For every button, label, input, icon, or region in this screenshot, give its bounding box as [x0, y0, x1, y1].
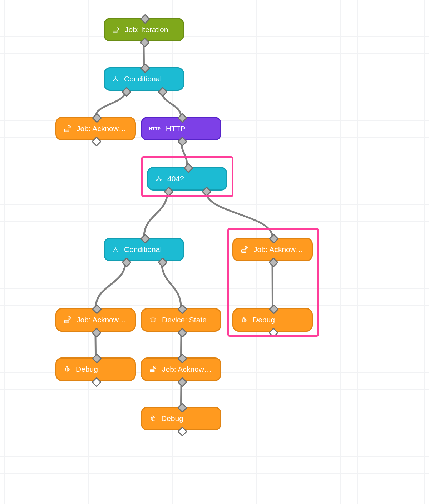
node-conditional_2[interactable]: Conditional: [104, 238, 184, 261]
edge-check_404-conditional_2: [144, 191, 168, 238]
node-label: Debug: [76, 365, 98, 374]
node-label: Device: State: [162, 316, 207, 324]
job-ack-icon: [64, 125, 72, 133]
edge-conditional_2-device_state: [162, 261, 181, 308]
job-ack-icon: [241, 246, 248, 253]
branch-icon: [112, 246, 119, 253]
port-out-1[interactable]: [158, 257, 168, 267]
port-out-0[interactable]: [122, 257, 132, 267]
port-out-0[interactable]: [140, 38, 150, 48]
edge-job_ack_2-debug_1: [272, 261, 273, 308]
node-label: Conditional: [124, 245, 162, 254]
port-out-0[interactable]: [164, 187, 174, 197]
device-icon: [149, 316, 157, 324]
branch-icon: [155, 175, 162, 182]
port-in[interactable]: [140, 63, 150, 73]
port-in[interactable]: [140, 234, 150, 244]
port-out-0[interactable]: [92, 328, 102, 338]
workflow-canvas[interactable]: Job: IterationConditionalJob: Acknow…HTT…: [0, 0, 429, 504]
node-device_state[interactable]: Device: State: [141, 308, 221, 332]
svg-line-42: [65, 370, 66, 371]
svg-rect-7: [242, 250, 246, 252]
edge-check_404-job_ack_2: [206, 191, 273, 238]
bug-icon: [241, 316, 248, 323]
svg-line-34: [242, 321, 243, 322]
port-out-1[interactable]: [202, 187, 212, 197]
port-in[interactable]: [177, 113, 187, 123]
svg-line-55: [154, 420, 155, 420]
port-in[interactable]: [92, 113, 102, 123]
port-out-0[interactable]: [92, 377, 102, 387]
job-ack-icon: [149, 365, 157, 373]
bug-icon: [149, 415, 156, 422]
port-in[interactable]: [140, 14, 150, 24]
port-out-0[interactable]: [177, 377, 187, 387]
node-label: HTTP: [166, 124, 186, 133]
edge-conditional_1-job_ack_1: [96, 91, 126, 117]
svg-line-41: [68, 368, 69, 369]
port-out-0[interactable]: [92, 137, 102, 147]
job-iterate-icon: [112, 26, 120, 34]
http-icon: HTTP: [149, 127, 161, 131]
svg-line-35: [245, 321, 246, 322]
svg-rect-15: [151, 318, 155, 322]
bug-icon: [64, 366, 71, 373]
node-job_ack_1[interactable]: Job: Acknow…: [55, 117, 136, 140]
node-label: Job: Acknow…: [162, 365, 212, 374]
svg-line-53: [154, 417, 155, 418]
node-http[interactable]: HTTPHTTP: [141, 117, 221, 140]
svg-rect-0: [113, 30, 117, 33]
port-out-0[interactable]: [122, 87, 132, 97]
port-in[interactable]: [183, 163, 193, 173]
branch-icon: [112, 75, 119, 83]
node-label: Job: Acknow…: [77, 316, 126, 324]
port-in[interactable]: [268, 234, 278, 244]
svg-line-40: [65, 368, 66, 369]
svg-line-43: [68, 370, 69, 371]
node-label: Job: Acknow…: [77, 124, 126, 133]
svg-rect-11: [65, 320, 69, 323]
svg-line-32: [242, 319, 243, 320]
job-ack-icon: [64, 316, 72, 324]
port-in[interactable]: [177, 304, 187, 314]
svg-line-52: [151, 417, 152, 418]
node-job_ack_3[interactable]: Job: Acknow…: [55, 308, 136, 332]
node-job_iteration[interactable]: Job: Iteration: [104, 18, 184, 41]
node-label: Debug: [253, 316, 275, 324]
port-out-1[interactable]: [158, 87, 168, 97]
port-in[interactable]: [268, 304, 278, 314]
node-conditional_1[interactable]: Conditional: [104, 67, 184, 91]
port-out-0[interactable]: [268, 257, 278, 267]
node-debug_2[interactable]: Debug: [55, 357, 136, 381]
node-label: Job: Iteration: [125, 25, 168, 34]
port-out-0[interactable]: [177, 137, 187, 147]
port-out-0[interactable]: [268, 328, 278, 338]
node-debug_3[interactable]: Debug: [141, 407, 221, 430]
port-in[interactable]: [177, 354, 187, 364]
svg-line-33: [245, 319, 246, 320]
port-out-0[interactable]: [177, 328, 187, 338]
port-in[interactable]: [92, 354, 102, 364]
svg-rect-44: [150, 370, 154, 372]
svg-line-54: [151, 420, 152, 420]
node-label: Conditional: [124, 75, 162, 83]
port-out-0[interactable]: [177, 426, 187, 436]
port-in[interactable]: [92, 304, 102, 314]
node-job_ack_4[interactable]: Job: Acknow…: [141, 357, 221, 381]
node-debug_1[interactable]: Debug: [232, 308, 313, 332]
node-label: 404?: [167, 174, 184, 183]
port-in[interactable]: [177, 403, 187, 413]
node-label: Job: Acknow…: [253, 245, 303, 254]
node-job_ack_2[interactable]: Job: Acknow…: [232, 238, 313, 261]
node-label: Debug: [161, 414, 183, 423]
edge-conditional_2-job_ack_3: [96, 261, 126, 308]
node-check_404[interactable]: 404?: [147, 167, 227, 191]
